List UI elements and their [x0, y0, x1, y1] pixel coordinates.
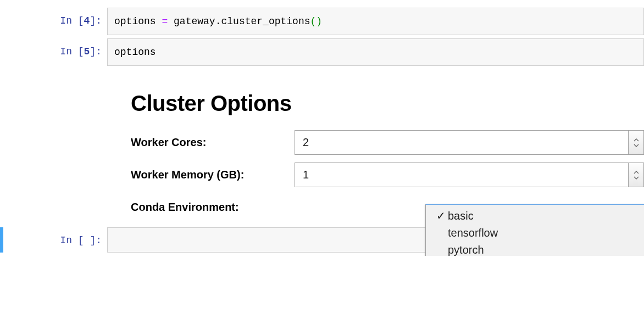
code-input[interactable]: options = gateway.cluster_options() [107, 8, 644, 35]
prompt-suffix: ]: [90, 46, 102, 57]
code-cell: In [5]: options [0, 38, 644, 66]
code-token: = [162, 16, 168, 27]
code-token: . [215, 16, 221, 27]
prompt-prefix: In [ [60, 46, 84, 57]
prompt-suffix: ]: [90, 235, 102, 246]
code-token: ( [310, 16, 317, 27]
dropdown-item-label: tensorflow [448, 227, 498, 239]
worker-memory-stepper [295, 163, 644, 187]
field-label: Worker Memory (GB): [131, 169, 295, 181]
field-row-worker-cores: Worker Cores: [131, 130, 644, 155]
code-token [156, 16, 162, 27]
prompt-prefix: In [ [60, 235, 84, 246]
chevron-up-icon [633, 170, 640, 175]
field-label: Conda Environment: [131, 201, 295, 214]
code-token: cluster_options [221, 16, 310, 27]
code-token [168, 16, 174, 27]
code-token: options [114, 47, 156, 58]
chevron-down-icon [633, 175, 640, 181]
worker-cores-stepper [295, 130, 644, 155]
input-prompt: In [ ]: [3, 227, 107, 248]
conda-env-dropdown[interactable]: ✓ basic tensorflow pytorch [425, 204, 644, 256]
stepper-buttons[interactable] [629, 163, 644, 187]
code-token: gateway [174, 16, 215, 27]
notebook: In [4]: options = gateway.cluster_option… [0, 0, 644, 253]
field-row-worker-memory: Worker Memory (GB): [131, 163, 644, 187]
worker-cores-input[interactable] [295, 130, 629, 155]
stepper-buttons[interactable] [629, 130, 644, 155]
cell-output: Cluster Options Worker Cores: Worker Mem… [131, 69, 644, 220]
check-icon: ✓ [434, 209, 448, 222]
field-label: Worker Cores: [131, 136, 295, 149]
prompt-number: 4 [84, 15, 90, 26]
code-input[interactable]: options [107, 38, 644, 66]
dropdown-item-pytorch[interactable]: pytorch [426, 242, 644, 256]
chevron-up-icon [633, 137, 640, 143]
input-prompt: In [5]: [0, 38, 107, 59]
input-prompt: In [4]: [0, 8, 107, 29]
dropdown-item-tensorflow[interactable]: tensorflow [426, 225, 644, 242]
prompt-prefix: In [ [60, 15, 84, 26]
code-cell: In [4]: options = gateway.cluster_option… [0, 8, 644, 35]
code-token: ) [316, 16, 322, 27]
prompt-suffix: ]: [90, 15, 102, 26]
dropdown-item-label: pytorch [448, 244, 484, 256]
prompt-number: 5 [84, 46, 90, 57]
worker-memory-input[interactable] [295, 163, 629, 187]
output-title: Cluster Options [131, 91, 644, 116]
code-token: options [114, 16, 156, 27]
prompt-number [84, 235, 90, 246]
dropdown-item-basic[interactable]: ✓ basic [426, 207, 644, 225]
dropdown-item-label: basic [448, 210, 474, 222]
chevron-down-icon [633, 143, 640, 148]
